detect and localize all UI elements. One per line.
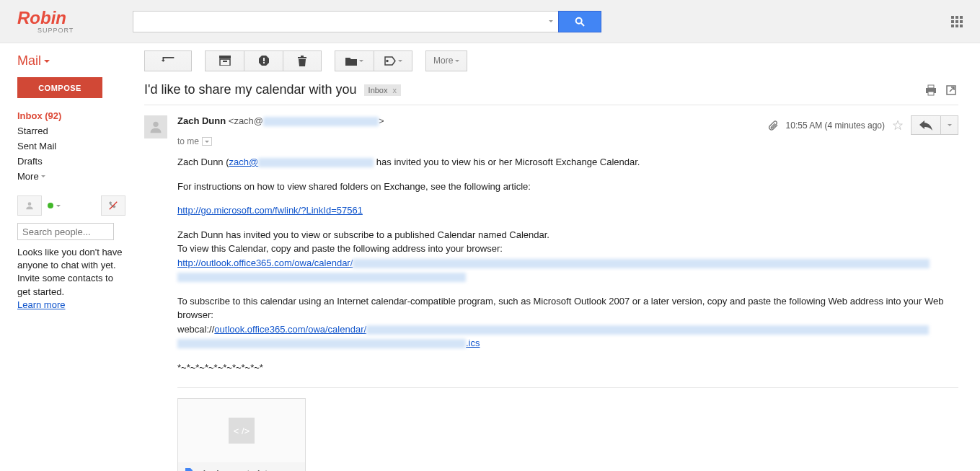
- attachment-card[interactable]: < /> sharing_metadat...: [177, 398, 306, 471]
- text: Zach Dunn (: [177, 157, 229, 167]
- sidebar-item-inbox[interactable]: Inbox (92): [17, 108, 125, 123]
- sender[interactable]: Zach Dunn <zach@>: [177, 115, 384, 126]
- webcal-link[interactable]: outlook.office365.com/owa/calendar/: [214, 324, 929, 335]
- message-header: Zach Dunn <zach@> 10:55 AM (4 minutes ag…: [177, 115, 958, 135]
- label-text: Inbox: [368, 86, 388, 94]
- sidebar: Mail COMPOSE Inbox (92) Starred Sent Mai…: [0, 43, 133, 471]
- sender-email-suffix: >: [379, 115, 384, 126]
- caret-down-icon: [41, 175, 45, 177]
- person-icon: [25, 201, 35, 211]
- mail-label: Mail: [17, 53, 41, 69]
- svg-point-2: [28, 202, 32, 206]
- caret-down-icon: [398, 60, 402, 62]
- new-window-icon: [946, 85, 956, 95]
- back-button[interactable]: [144, 50, 192, 71]
- label-icon: [384, 56, 396, 66]
- search-input[interactable]: [133, 11, 544, 32]
- delete-button[interactable]: [283, 50, 322, 71]
- message-meta: 10:55 AM (4 minutes ago): [767, 115, 958, 135]
- sender-email-link[interactable]: zach@: [229, 157, 374, 167]
- sidebar-item-starred[interactable]: Starred: [17, 123, 125, 138]
- svg-rect-10: [301, 56, 304, 57]
- back-arrow-icon: [161, 56, 175, 66]
- ms-help-link[interactable]: http://go.microsoft.com/fwlink/?LinkId=5…: [177, 205, 363, 216]
- phone-off-icon: [108, 201, 118, 211]
- move-to-button[interactable]: [335, 50, 374, 71]
- search-people-input[interactable]: [17, 223, 114, 240]
- svg-rect-5: [220, 59, 230, 66]
- redacted: [263, 117, 379, 126]
- text: Zach Dunn has invited you to view or sub…: [177, 229, 549, 240]
- attachment-indicator[interactable]: [767, 120, 779, 131]
- person-icon: [148, 119, 164, 135]
- logo[interactable]: Robin SUPPORT: [17, 9, 133, 34]
- code-file-icon: < />: [229, 418, 255, 444]
- sender-name: Zach Dunn: [177, 115, 226, 126]
- caret-down-icon: [44, 60, 50, 63]
- archive-icon: [219, 56, 231, 66]
- reply-button[interactable]: [911, 115, 941, 135]
- svg-rect-6: [223, 61, 227, 62]
- main-container: Mail COMPOSE Inbox (92) Starred Sent Mai…: [0, 43, 980, 471]
- content-pane: More I'd like to share my calendar with …: [144, 43, 980, 471]
- chat-profile-button[interactable]: [17, 195, 42, 216]
- sidebar-item-more[interactable]: More: [17, 169, 125, 184]
- show-details-button[interactable]: [202, 137, 212, 146]
- attachment-preview: < />: [178, 399, 305, 462]
- trash-icon: [297, 55, 307, 66]
- logo-subtext: SUPPORT: [37, 27, 133, 34]
- redacted: [177, 339, 466, 348]
- caret-down-icon[interactable]: [56, 205, 61, 207]
- sidebar-item-drafts[interactable]: Drafts: [17, 154, 125, 169]
- text: webcal://: [177, 324, 214, 335]
- chat-empty-state: Looks like you don't have anyone to chat…: [17, 246, 125, 312]
- search-icon: [574, 16, 586, 27]
- label-remove-icon[interactable]: x: [391, 86, 399, 94]
- paperclip-icon: [767, 120, 779, 131]
- subject-row: I'd like to share my calendar with you I…: [144, 78, 958, 105]
- sidebar-item-sent[interactable]: Sent Mail: [17, 138, 125, 154]
- star-icon: [892, 120, 904, 131]
- spam-button[interactable]: [244, 50, 283, 71]
- svg-rect-4: [219, 56, 231, 58]
- svg-point-0: [576, 17, 582, 23]
- more-label: More: [433, 56, 453, 66]
- svg-rect-7: [263, 58, 265, 61]
- reply-icon: [919, 120, 932, 131]
- avatar[interactable]: [144, 115, 167, 138]
- text: To view this Calendar, copy and paste th…: [177, 243, 503, 254]
- svg-rect-12: [928, 85, 934, 88]
- new-window-button[interactable]: [944, 83, 958, 97]
- mail-dropdown[interactable]: Mail: [17, 53, 125, 69]
- star-button[interactable]: [892, 120, 904, 131]
- more-button[interactable]: More: [425, 50, 467, 71]
- svg-rect-9: [298, 57, 306, 58]
- subject-text: I'd like to share my calendar with you: [144, 82, 357, 97]
- compose-button[interactable]: COMPOSE: [17, 77, 102, 98]
- file-icon: [184, 468, 194, 471]
- search-button[interactable]: [558, 11, 601, 32]
- learn-more-link[interactable]: Learn more: [17, 299, 65, 310]
- print-button[interactable]: [924, 83, 938, 97]
- more-label: More: [17, 171, 39, 182]
- search-options-dropdown[interactable]: [544, 11, 558, 32]
- chat-empty-text: Looks like you don't have anyone to chat…: [17, 247, 123, 297]
- reply-more-button[interactable]: [941, 115, 958, 135]
- reply-dropdown: [911, 115, 958, 135]
- toolbar: More: [144, 43, 958, 78]
- svg-point-11: [387, 60, 388, 61]
- apps-grid-icon[interactable]: [951, 16, 963, 27]
- message: Zach Dunn <zach@> 10:55 AM (4 minutes ag…: [144, 105, 958, 471]
- labels-button[interactable]: [374, 50, 412, 71]
- label-chip-inbox[interactable]: Inbox x: [364, 84, 401, 96]
- svg-line-1: [581, 23, 584, 26]
- archive-button[interactable]: [205, 50, 244, 71]
- caret-down-icon: [455, 60, 459, 62]
- hangouts-toggle-button[interactable]: [101, 195, 125, 216]
- caret-down-icon: [948, 124, 952, 126]
- owa-calendar-link[interactable]: http://outlook.office365.com/owa/calenda…: [177, 257, 930, 268]
- webcal-link-ext[interactable]: .ics: [466, 338, 480, 348]
- svg-rect-14: [928, 92, 934, 95]
- spam-icon: [258, 55, 270, 66]
- text: For instructions on how to view shared f…: [177, 180, 958, 194]
